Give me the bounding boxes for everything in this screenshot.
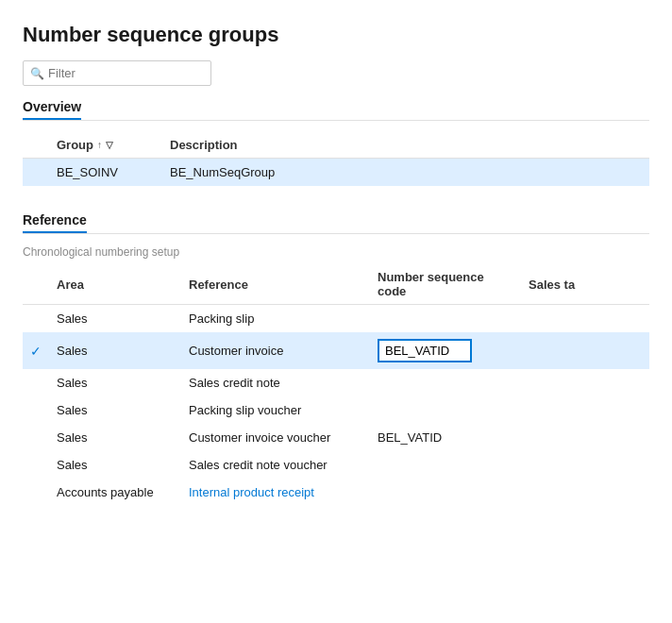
- reference-row-numseq: [370, 479, 521, 506]
- reference-row[interactable]: Accounts payableInternal product receipt: [23, 479, 649, 506]
- reference-row-reference: Sales credit note voucher: [181, 451, 370, 479]
- reference-row-reference: Customer invoice voucher: [181, 424, 370, 451]
- reference-header-row: Area Reference Number sequence code Sale…: [23, 264, 649, 305]
- reference-row-check: [23, 479, 49, 506]
- search-icon: 🔍: [30, 67, 44, 80]
- reference-row[interactable]: SalesSales credit note voucher: [23, 451, 649, 479]
- filter-wrapper: 🔍: [23, 60, 211, 86]
- overview-row[interactable]: BE_SOINVBE_NumSeqGroup: [23, 159, 649, 187]
- ref-col-salesta: Sales ta: [521, 264, 649, 305]
- overview-col-group: Group ↑ ▽: [49, 132, 162, 159]
- reference-row-salesta: [521, 332, 649, 369]
- reference-section: Reference Chronological numbering setup …: [23, 212, 649, 506]
- reference-row-numseq: [370, 396, 521, 424]
- ref-col-numseq: Number sequence code: [370, 264, 521, 305]
- reference-row-check: [23, 424, 49, 451]
- page-container: Number sequence groups 🔍 Overview Group …: [0, 0, 672, 623]
- overview-col-description: Description: [162, 132, 649, 159]
- overview-table: Group ↑ ▽ Description BE_SOINVBE_NumSeqG…: [23, 132, 649, 186]
- reference-row-area: Sales: [49, 424, 181, 451]
- reference-row-reference: Sales credit note: [181, 369, 370, 396]
- reference-row-link[interactable]: Internal product receipt: [189, 485, 314, 499]
- page-title: Number sequence groups: [23, 23, 649, 47]
- overview-row-group: BE_SOINV: [49, 159, 162, 187]
- check-mark-icon: ✓: [30, 344, 42, 359]
- overview-section: Overview Group ↑ ▽ Description: [23, 99, 649, 186]
- filter-icon: ▽: [106, 140, 113, 150]
- reference-row-reference: Internal product receipt: [181, 479, 370, 506]
- overview-tab[interactable]: Overview: [23, 99, 81, 120]
- reference-row-salesta: [521, 451, 649, 479]
- reference-row-numseq: [370, 305, 521, 333]
- reference-row-salesta: [521, 479, 649, 506]
- overview-header-row: Group ↑ ▽ Description: [23, 132, 649, 159]
- overview-row-check: [23, 159, 49, 187]
- reference-row-salesta: [521, 396, 649, 424]
- reference-row-check: [23, 396, 49, 424]
- overview-col-check: [23, 132, 49, 159]
- reference-row-salesta: [521, 305, 649, 333]
- reference-row-area: Sales: [49, 369, 181, 396]
- reference-row-reference: Packing slip voucher: [181, 396, 370, 424]
- reference-row-numseq[interactable]: [370, 332, 521, 369]
- reference-row[interactable]: SalesCustomer invoice voucherBEL_VATID: [23, 424, 649, 451]
- reference-table: Area Reference Number sequence code Sale…: [23, 264, 649, 506]
- chronological-label: Chronological numbering setup: [23, 245, 649, 259]
- reference-row-check: ✓: [23, 332, 49, 369]
- reference-row-area: Accounts payable: [49, 479, 181, 506]
- reference-row-reference: Packing slip: [181, 305, 370, 333]
- reference-tab[interactable]: Reference: [23, 212, 87, 233]
- ref-col-reference: Reference: [181, 264, 370, 305]
- reference-row[interactable]: ✓SalesCustomer invoice: [23, 332, 649, 369]
- reference-row-area: Sales: [49, 332, 181, 369]
- reference-row-area: Sales: [49, 305, 181, 333]
- reference-row-numseq: BEL_VATID: [370, 424, 521, 451]
- numseq-input[interactable]: [378, 339, 472, 362]
- reference-row-area: Sales: [49, 451, 181, 479]
- reference-row-area: Sales: [49, 396, 181, 424]
- reference-row[interactable]: SalesPacking slip voucher: [23, 396, 649, 424]
- reference-row[interactable]: SalesPacking slip: [23, 305, 649, 333]
- ref-col-area: Area: [49, 264, 181, 305]
- reference-row-numseq: [370, 451, 521, 479]
- reference-row-reference: Customer invoice: [181, 332, 370, 369]
- overview-row-description: BE_NumSeqGroup: [162, 159, 649, 187]
- reference-row-check: [23, 451, 49, 479]
- ref-col-check: [23, 264, 49, 305]
- reference-row-salesta: [521, 424, 649, 451]
- reference-row-salesta: [521, 369, 649, 396]
- filter-input[interactable]: [23, 60, 211, 86]
- reference-row-check: [23, 305, 49, 333]
- reference-row-numseq: [370, 369, 521, 396]
- sort-icon: ↑: [97, 140, 102, 150]
- reference-row-check: [23, 369, 49, 396]
- reference-row[interactable]: SalesSales credit note: [23, 369, 649, 396]
